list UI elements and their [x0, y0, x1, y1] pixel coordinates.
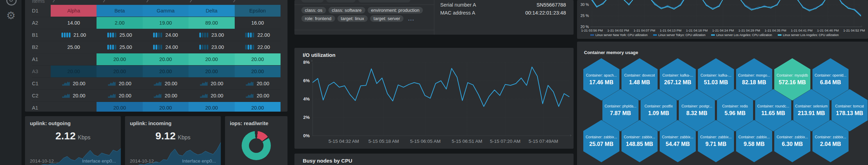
- table-cell: 20.00: [97, 102, 142, 112]
- container-name: Container: postgr...: [682, 104, 712, 108]
- tag-pill[interactable]: target: server: [370, 15, 404, 22]
- bar-chart-icon: [61, 33, 70, 37]
- table-cell: Gamma: [143, 5, 189, 17]
- container-name: Container: zabbix...: [586, 135, 617, 139]
- area-spark-icon: [200, 93, 208, 99]
- container-name: Container: kafka-...: [662, 73, 693, 77]
- table-cell: 20.00: [235, 66, 281, 77]
- bar-chart-icon: [153, 45, 162, 50]
- iops-panel: iops: read/write: [225, 116, 287, 165]
- table-cell: 19.00: [143, 17, 189, 29]
- cell-value: Alpha: [67, 8, 80, 14]
- container-name: Container: zabbix...: [700, 135, 732, 139]
- x-tick-label: 5-15 06:05 AM: [410, 139, 441, 144]
- table-cell: 22.00: [235, 41, 281, 53]
- cell-value: 20.00: [205, 105, 218, 111]
- cpu-utilization-panel: ▹ 30 %25 %20 % 1-21 03:56 PM1-21 04:02 P…: [577, 0, 868, 39]
- rotated-column-header-stub: [53, 0, 56, 2]
- table-cell: 20.00: [143, 78, 189, 89]
- area-spark-icon: [108, 93, 116, 99]
- divider: [294, 30, 434, 30]
- container-memory-value: 8.32 MB: [686, 110, 707, 116]
- area-spark-icon: [108, 81, 116, 87]
- interface-label: Interface enp0...: [82, 158, 116, 164]
- x-tick-label: 1-21 04:41 PM: [791, 28, 812, 32]
- y-tick-label: 6%: [296, 78, 310, 83]
- divider: [434, 0, 434, 35]
- x-axis-arrow: ▹: [570, 133, 572, 137]
- y-tick-label: 2%: [296, 115, 310, 120]
- timestamp-label: 2014-10-12...: [130, 158, 158, 164]
- x-tick-label: 1-21 04:24 PM: [712, 28, 734, 32]
- area-spark-icon: [62, 81, 70, 87]
- cell-value: 25.00: [67, 44, 80, 50]
- table-row: A214.002.0019.0089.0016.00: [32, 17, 281, 29]
- legend-item[interactable]: Linux server New York: CPU utilization: [590, 33, 648, 37]
- table-cell: 20.00: [143, 102, 189, 112]
- tag-pill[interactable]: environment: production: [368, 7, 423, 14]
- y-axis-arrow: ▵: [311, 59, 313, 62]
- tag-row-1: class: osclass: softwareenvironment: pro…: [301, 7, 423, 14]
- tag-pill[interactable]: target: linux: [337, 15, 368, 22]
- table-cell: 14.00: [51, 17, 97, 29]
- container-name: Container: zabbix...: [815, 135, 846, 139]
- cell-value: 20.00: [73, 93, 85, 98]
- host-info-panel: class: osclass: softwareenvironment: pro…: [294, 0, 574, 35]
- container-memory-value: 572.16 MB: [779, 79, 806, 86]
- io-utilization-panel: I/O utilization ▵ ▹ 8%6%4%2%0% 5-15 04:3…: [294, 48, 574, 149]
- x-tick-label: 1-21 04:07 PM: [634, 28, 655, 32]
- container-memory-value: 7.87 MB: [610, 110, 631, 116]
- legend-item[interactable]: Linux server Tokyo: CPU utilization: [653, 33, 706, 37]
- timestamp-label: 2014-10-12...: [30, 158, 58, 164]
- more-tags-button[interactable]: ...: [408, 16, 415, 21]
- tag-pill[interactable]: class: os: [301, 7, 326, 14]
- cell-value: 16.00: [251, 20, 264, 26]
- x-tick-label: 1-21 03:56 PM: [581, 28, 603, 32]
- cell-value: 20.00: [205, 69, 218, 74]
- y-tick-label: 8%: [296, 60, 310, 65]
- panel-title: iops: read/write: [230, 120, 268, 126]
- legend-item[interactable]: Linux server Los Angeles: CPU utilizatio…: [711, 33, 772, 37]
- bar-chart-icon: [107, 45, 116, 50]
- table-cell: 20.00: [51, 66, 97, 77]
- tag-pill[interactable]: role: frontend: [301, 15, 335, 22]
- cell-value: 2.00: [115, 20, 124, 26]
- busy-nodes-panel: Busy nodes by CPU: [294, 154, 574, 165]
- x-tick-label: 1-21 04:02 PM: [607, 28, 629, 32]
- row-label: C1: [32, 81, 51, 86]
- x-tick-label: 1-21 04:29 PM: [738, 28, 760, 32]
- settings-gear-icon[interactable]: ⚙: [6, 10, 16, 21]
- cut-tag: [358, 0, 410, 2]
- table-cell: 20.00: [143, 90, 189, 102]
- cut-tag: [326, 0, 356, 2]
- table-cell: 20.00: [97, 66, 142, 77]
- container-name: Container: openld...: [815, 73, 846, 77]
- table-cell: 20.00: [235, 78, 281, 89]
- bar-chart-icon: [199, 45, 208, 50]
- table-row: A320.0020.0020.0020.0020.00: [32, 66, 281, 78]
- uplink-outgoing-panel: uplink: outgoing 2.12Kbps 2014-10-12... …: [25, 116, 121, 165]
- legend-item[interactable]: Linux server Los Angeles: CPU utilizatio…: [778, 33, 839, 37]
- container-name: Container: dovecot: [624, 73, 655, 77]
- table-cell: 20.00: [189, 102, 234, 112]
- container-memory-value: 6.30 MB: [782, 141, 803, 147]
- rotated-column-header-stub: [233, 0, 236, 2]
- container-name: Container: apach...: [586, 73, 617, 77]
- cut-tag: [301, 0, 324, 2]
- tag-row-2: role: frontendtarget: linuxtarget: serve…: [301, 15, 415, 22]
- container-name: Container: tomcat: [835, 104, 864, 108]
- cell-value: 23.00: [211, 32, 224, 38]
- support-icon[interactable]: [6, 0, 17, 6]
- row-label: A1: [32, 57, 51, 62]
- cpu-line-chart: [590, 0, 861, 27]
- container-memory-value: 2.04 MB: [820, 141, 841, 147]
- rotated-column-header-stub: [103, 0, 106, 2]
- tag-pill[interactable]: class: software: [328, 7, 365, 14]
- area-spark-icon: [246, 93, 253, 99]
- cell-value: Delta: [206, 8, 217, 14]
- table-cell: 23.00: [189, 41, 234, 53]
- container-name: Container: redis: [722, 104, 748, 108]
- table-row: B225.0025.0024.0023.0022.00: [32, 41, 281, 53]
- x-tick-label: 5-15 04:32 AM: [328, 139, 359, 144]
- table-cell: 20.00: [97, 90, 142, 102]
